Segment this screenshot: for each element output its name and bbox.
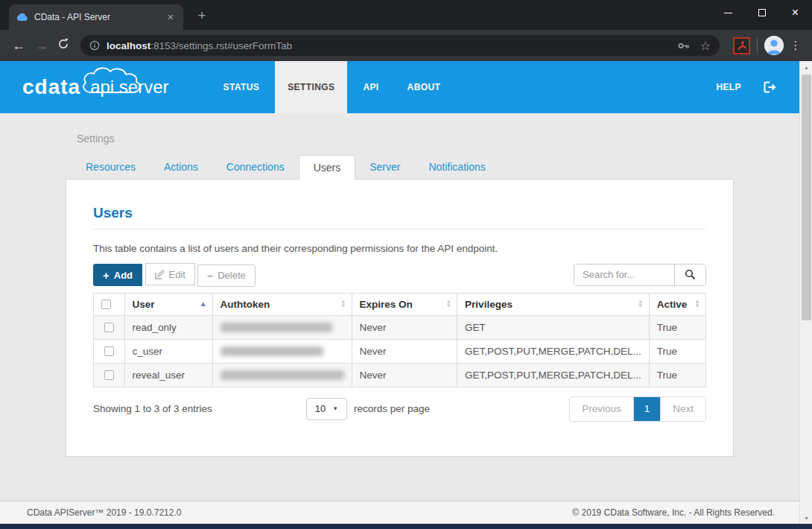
column-header-expires-on[interactable]: Expires On▲▼ bbox=[352, 293, 457, 315]
page-info-icon[interactable] bbox=[89, 40, 100, 51]
scrollbar-thumb[interactable] bbox=[802, 75, 811, 320]
minimize-icon bbox=[724, 13, 732, 13]
select-all-cell bbox=[94, 293, 125, 315]
window-minimize-button[interactable] bbox=[711, 0, 745, 25]
person-icon bbox=[764, 36, 784, 55]
search-button[interactable] bbox=[674, 264, 705, 285]
main-nav: STATUS SETTINGS API ABOUT bbox=[209, 61, 455, 113]
row-select-cell bbox=[94, 363, 125, 387]
column-header-authtoken[interactable]: Authtoken▲▼ bbox=[212, 293, 352, 315]
add-user-button[interactable]: +Add bbox=[93, 264, 142, 286]
page-size-label: records per page bbox=[354, 403, 430, 414]
row-checkbox[interactable] bbox=[104, 346, 114, 356]
page-size-group: 10 ▼ records per page bbox=[306, 398, 430, 420]
reload-button[interactable] bbox=[52, 38, 74, 54]
column-header-active[interactable]: Active▲▼ bbox=[649, 293, 705, 315]
table-row[interactable]: read_only Never GET True bbox=[94, 315, 706, 339]
plus-icon: + bbox=[103, 269, 110, 282]
delete-user-button[interactable]: –Delete bbox=[197, 264, 255, 287]
authtoken-cell bbox=[212, 339, 352, 363]
nav-item-status[interactable]: STATUS bbox=[211, 61, 273, 113]
authtoken-cell bbox=[212, 363, 352, 387]
select-all-checkbox[interactable] bbox=[101, 300, 111, 309]
redacted-authtoken bbox=[221, 370, 344, 380]
bottom-strip bbox=[0, 524, 812, 529]
row-checkbox[interactable] bbox=[104, 323, 114, 332]
scroll-down-icon[interactable]: ▼ bbox=[800, 512, 812, 524]
pdf-extension-icon[interactable] bbox=[733, 37, 750, 54]
user-cell: read_only bbox=[124, 315, 212, 339]
table-toolbar: +Add Edit –Delete bbox=[93, 263, 706, 287]
breadcrumb: Settings bbox=[0, 113, 812, 145]
next-page-button[interactable]: Next bbox=[660, 397, 705, 421]
sort-both-icon: ▲▼ bbox=[694, 300, 700, 308]
url-text: localhost:8153/settings.rst#userFormTab bbox=[107, 40, 292, 51]
browser-tab[interactable]: CData - API Server × bbox=[9, 4, 183, 30]
page-content: Settings Resources Actions Connections U… bbox=[0, 113, 812, 501]
url-path: :8153/settings.rst#userFormTab bbox=[150, 40, 292, 51]
back-button[interactable]: ← bbox=[7, 38, 30, 54]
sort-ascending-icon: ▲ bbox=[200, 300, 207, 308]
active-cell: True bbox=[649, 315, 705, 339]
nav-item-about[interactable]: ABOUT bbox=[395, 61, 454, 113]
footer-copyright: © 2019 CData Software, Inc. - All Rights… bbox=[572, 507, 775, 518]
search-group bbox=[574, 264, 706, 286]
cdata-logo[interactable]: cdata api server bbox=[22, 61, 174, 113]
table-row[interactable]: reveal_user Never GET,POST,PUT,MERGE,PAT… bbox=[94, 363, 706, 387]
cloud-favicon-icon bbox=[16, 11, 28, 23]
action-button-group: +Add Edit –Delete bbox=[93, 263, 256, 287]
tab-server[interactable]: Server bbox=[355, 155, 414, 179]
tab-users[interactable]: Users bbox=[299, 155, 356, 180]
new-tab-button[interactable]: + bbox=[192, 6, 212, 25]
search-input[interactable] bbox=[574, 264, 674, 285]
redacted-authtoken bbox=[221, 323, 332, 332]
nav-item-settings[interactable]: SETTINGS bbox=[275, 61, 347, 113]
browser-menu-button[interactable]: ⋮ bbox=[787, 39, 805, 52]
tab-actions[interactable]: Actions bbox=[150, 155, 212, 179]
address-bar[interactable]: localhost:8153/settings.rst#userFormTab … bbox=[80, 35, 720, 56]
expires-cell: Never bbox=[352, 363, 457, 387]
profile-avatar[interactable] bbox=[764, 36, 784, 55]
row-select-cell bbox=[94, 315, 125, 339]
password-key-icon[interactable] bbox=[678, 41, 690, 51]
acrobat-glyph-icon bbox=[737, 40, 747, 51]
help-link[interactable]: HELP bbox=[716, 82, 741, 92]
tab-connections[interactable]: Connections bbox=[212, 155, 299, 179]
tab-resources[interactable]: Resources bbox=[72, 155, 150, 179]
row-checkbox[interactable] bbox=[104, 370, 114, 380]
toolbar-divider bbox=[757, 38, 758, 53]
previous-page-button[interactable]: Previous bbox=[570, 397, 633, 421]
page-1-button[interactable]: 1 bbox=[633, 397, 661, 421]
footer-version: CData APIServer™ 2019 - 19.0.7212.0 bbox=[27, 507, 181, 518]
chevron-down-icon: ▼ bbox=[332, 405, 338, 412]
sort-both-icon: ▲▼ bbox=[638, 300, 644, 308]
users-panel: Users This table contains a list of user… bbox=[66, 179, 734, 457]
page-size-select[interactable]: 10 ▼ bbox=[306, 398, 347, 420]
vertical-scrollbar[interactable]: ▲ ▼ bbox=[799, 61, 812, 524]
minus-icon: – bbox=[207, 270, 213, 282]
redacted-authtoken bbox=[221, 346, 323, 356]
nav-item-api[interactable]: API bbox=[350, 61, 391, 113]
column-header-user[interactable]: User▲ bbox=[124, 293, 212, 315]
url-host: localhost bbox=[107, 40, 150, 51]
pagination: Previous 1 Next bbox=[569, 396, 706, 422]
edit-pencil-icon bbox=[155, 270, 165, 279]
bookmark-star-icon[interactable]: ☆ bbox=[700, 39, 711, 53]
logout-icon[interactable] bbox=[764, 81, 776, 93]
scroll-up-icon[interactable]: ▲ bbox=[800, 61, 812, 73]
title-divider bbox=[93, 229, 706, 229]
omnibox-actions: ☆ bbox=[678, 39, 711, 53]
browser-tab-title: CData - API Server bbox=[34, 12, 158, 22]
table-header-row: User▲ Authtoken▲▼ Expires On▲▼ Privilege… bbox=[94, 293, 706, 315]
window-close-button[interactable]: × bbox=[778, 0, 812, 25]
column-header-privileges[interactable]: Privileges▲▼ bbox=[457, 293, 650, 315]
browser-window: CData - API Server × + × ← → localhost:8… bbox=[0, 0, 812, 529]
tab-notifications[interactable]: Notifications bbox=[414, 155, 499, 179]
tab-close-icon[interactable]: × bbox=[164, 10, 177, 24]
site-footer: CData APIServer™ 2019 - 19.0.7212.0 © 20… bbox=[0, 501, 812, 524]
edit-user-button[interactable]: Edit bbox=[145, 263, 195, 285]
active-cell: True bbox=[649, 339, 705, 363]
forward-button[interactable]: → bbox=[30, 38, 52, 54]
table-row[interactable]: c_user Never GET,POST,PUT,MERGE,PATCH,DE… bbox=[94, 339, 706, 363]
window-maximize-button[interactable] bbox=[745, 0, 778, 25]
